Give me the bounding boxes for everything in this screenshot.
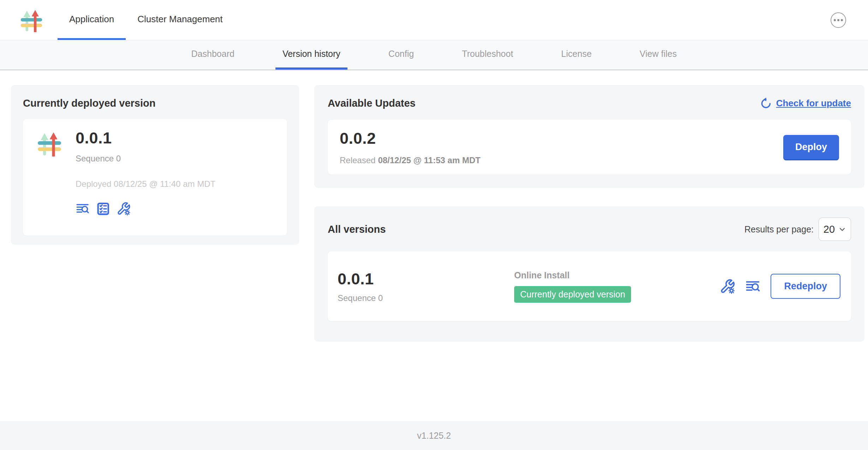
app-header: Application Cluster Management [0,0,868,40]
app-subnav: Dashboard Version history Config Trouble… [0,40,868,70]
subnav-item-license[interactable]: License [554,40,599,70]
app-logo-icon [36,130,63,156]
tab-application[interactable]: Application [58,0,126,40]
results-per-page-label: Results per page: [744,224,814,235]
currently-deployed-card: 0.0.1 Sequence 0 Deployed 08/12/25 @ 11:… [23,119,287,236]
subnav-item-config[interactable]: Config [381,40,421,70]
update-version-label: 0.0.2 [340,129,481,148]
results-per-page-value: 20 [824,224,835,235]
config-icon[interactable] [117,202,131,216]
app-logo-icon [19,8,43,32]
deployed-sequence-label: Sequence 0 [76,154,215,164]
deployed-version-details: 0.0.1 Sequence 0 Deployed 08/12/25 @ 11:… [76,129,215,224]
subnav-item-troubleshoot[interactable]: Troubleshoot [455,40,520,70]
update-released-timestamp: Released08/12/25 @ 11:53 am MDT [340,155,481,165]
row-version-label: 0.0.1 [338,270,514,288]
currently-deployed-title: Currently deployed version [23,97,287,109]
subnav-item-version-history[interactable]: Version history [275,40,347,70]
release-notes-icon[interactable] [76,202,90,216]
check-for-update-link[interactable]: Check for update [760,97,851,109]
available-update-card: 0.0.2 Released08/12/25 @ 11:53 am MDT De… [328,120,851,174]
primary-tabs: Application Cluster Management [58,0,234,40]
config-icon[interactable] [720,279,735,294]
results-per-page: Results per page: 20 [744,218,851,241]
overflow-menu-icon[interactable] [831,12,846,28]
all-versions-title: All versions [328,224,386,235]
tab-cluster-management[interactable]: Cluster Management [126,0,234,40]
main-content: Currently deployed version 0.0.1 Sequenc… [0,70,868,342]
deployed-version-actions [76,202,215,216]
deployed-version-label: 0.0.1 [76,129,215,147]
available-updates-header: Available Updates Check for update [328,97,851,109]
row-actions: Redeploy [720,274,840,299]
available-updates-section: Available Updates Check for update 0.0.2… [314,85,864,188]
app-footer: v1.125.2 [0,421,868,450]
install-type-label: Online Install [514,270,720,280]
subnav-item-view-files[interactable]: View files [632,40,684,70]
refresh-icon [760,97,772,109]
currently-deployed-badge: Currently deployed version [514,286,631,303]
redeploy-button[interactable]: Redeploy [771,274,840,299]
row-sequence-label: Sequence 0 [338,293,514,303]
chevron-down-icon [838,225,846,233]
versions-column: Available Updates Check for update 0.0.2… [314,85,864,342]
version-row: 0.0.1 Sequence 0 Online Install Currentl… [328,251,851,321]
check-for-update-label: Check for update [776,98,851,109]
all-versions-section: All versions Results per page: 20 0.0.1 … [314,206,864,342]
available-updates-title: Available Updates [328,97,416,109]
currently-deployed-column: Currently deployed version 0.0.1 Sequenc… [11,85,299,245]
subnav-item-dashboard[interactable]: Dashboard [184,40,242,70]
row-version-info: 0.0.1 Sequence 0 [338,270,514,303]
preflight-checks-icon[interactable] [96,202,110,216]
results-per-page-select[interactable]: 20 [819,218,851,241]
deployed-timestamp: Deployed 08/12/25 @ 11:40 am MDT [76,179,215,189]
release-notes-icon[interactable] [745,279,761,294]
update-details: 0.0.2 Released08/12/25 @ 11:53 am MDT [340,129,481,165]
kots-admin-console: Application Cluster Management Dashboard… [0,0,868,450]
currently-deployed-section: Currently deployed version 0.0.1 Sequenc… [11,85,299,245]
row-install-info: Online Install Currently deployed versio… [514,270,720,303]
all-versions-header: All versions Results per page: 20 [328,218,851,241]
section-gap [314,188,864,206]
deploy-button[interactable]: Deploy [783,135,839,159]
console-version-label: v1.125.2 [417,431,451,441]
